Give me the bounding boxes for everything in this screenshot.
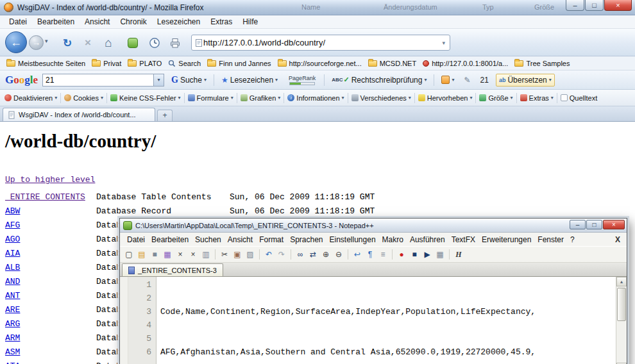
- spellcheck-button[interactable]: ABC✓Rechtschreibprüfung▾: [329, 74, 429, 86]
- new-tab-button[interactable]: +: [157, 110, 173, 121]
- entry-link-entire-contents[interactable]: _ENTIRE_CONTENTS: [5, 192, 85, 202]
- tab-wsgidav[interactable]: WsgiDAV - Index of /world-db/count...: [3, 108, 155, 121]
- url-dropdown-icon[interactable]: ▾: [440, 40, 447, 46]
- indent-guide-icon[interactable]: ≡: [377, 249, 389, 260]
- entry-link-ago[interactable]: AGO: [5, 235, 20, 244]
- bookmark-finn-und-jannes[interactable]: Finn und Jannes: [204, 58, 274, 69]
- stop-button[interactable]: ×: [80, 35, 96, 51]
- google-search-input[interactable]: [43, 76, 153, 85]
- forward-button[interactable]: →: [29, 35, 44, 50]
- google-search-dropdown-icon[interactable]: ▾: [153, 74, 164, 86]
- undo-icon[interactable]: ↶: [263, 249, 275, 260]
- menu-ansicht[interactable]: Ansicht: [80, 16, 115, 28]
- url-input[interactable]: [203, 38, 440, 47]
- scrollbar-thumb[interactable]: [617, 288, 626, 321]
- show-all-chars-icon[interactable]: ¶: [364, 249, 376, 260]
- close-file-icon[interactable]: ×: [174, 249, 186, 260]
- npp-menu-einstellungen[interactable]: Einstellungen: [326, 234, 379, 245]
- counter-badge[interactable]: 21: [478, 74, 491, 86]
- npp-menu-sprachen[interactable]: Sprachen: [287, 234, 326, 245]
- entry-link-ant[interactable]: ANT: [5, 291, 20, 301]
- npp-menu-suchen[interactable]: Suchen: [192, 234, 224, 245]
- autofill-button[interactable]: ▾: [439, 74, 457, 85]
- cut-icon[interactable]: ✂: [219, 249, 230, 260]
- print-icon[interactable]: ▥: [200, 249, 212, 260]
- webdev-quelltext[interactable]: Quelltext: [559, 93, 599, 103]
- entry-link-afg[interactable]: AFG: [5, 220, 20, 230]
- scroll-up-icon[interactable]: ▲: [616, 277, 627, 286]
- webdev-formulare[interactable]: Formulare▾: [186, 93, 235, 103]
- up-to-higher-level-link[interactable]: Up to higher level: [5, 175, 95, 185]
- clock-icon[interactable]: [146, 35, 163, 51]
- google-search-box[interactable]: ▾: [42, 74, 164, 87]
- bookmark-tree-samples[interactable]: Tree Samples: [511, 58, 573, 69]
- firefox-titlebar[interactable]: WsgiDAV - Index of /world-db/country/ - …: [0, 0, 635, 15]
- text-area[interactable]: Code,Name,Continent,Region,SurfaceArea,I…: [157, 277, 616, 364]
- webdev-hervorheben[interactable]: Hervorheben▾: [416, 93, 475, 103]
- find-icon[interactable]: ∞: [294, 249, 306, 260]
- bookmark-plato[interactable]: PLATO: [124, 58, 165, 69]
- translate-button[interactable]: abÜbersetzen▾: [496, 74, 555, 87]
- menu-lesezeichen[interactable]: Lesezeichen: [152, 16, 205, 28]
- bookmark-meistbesuchte-seiten[interactable]: Meistbesuchte Seiten: [3, 58, 89, 69]
- menu-chronik[interactable]: Chronik: [115, 16, 151, 28]
- notepad-maximize-button[interactable]: □: [586, 220, 602, 229]
- entry-link-and[interactable]: AND: [5, 277, 20, 286]
- npp-menu-bearbeiten[interactable]: Bearbeiten: [148, 234, 192, 245]
- webdev-css[interactable]: Keine CSS-Fehler▾: [108, 93, 183, 103]
- zoom-in-icon[interactable]: ⊕: [320, 249, 332, 260]
- save-macro-icon[interactable]: ▦: [434, 249, 446, 260]
- addon-icon[interactable]: [124, 35, 141, 51]
- npp-menu-close-document[interactable]: X: [615, 235, 623, 244]
- notepad-tab-entire-contents[interactable]: _ENTIRE_CONTENTS-3: [122, 263, 223, 276]
- bookmark-sourceforge[interactable]: http://sourceforge.net...: [275, 58, 365, 69]
- record-macro-icon[interactable]: ●: [396, 249, 407, 260]
- copy-icon[interactable]: ▣: [232, 249, 243, 260]
- history-dropdown-icon[interactable]: ▾: [45, 38, 48, 44]
- url-bar[interactable]: ▾: [191, 35, 450, 51]
- stop-macro-icon[interactable]: ■: [409, 249, 420, 260]
- print-button[interactable]: [167, 35, 183, 51]
- zoom-out-icon[interactable]: ⊖: [333, 249, 344, 260]
- entry-link-arm[interactable]: ARM: [5, 333, 20, 343]
- replace-icon[interactable]: ⇄: [307, 249, 319, 260]
- npp-menu-textfx[interactable]: TextFX: [448, 234, 478, 245]
- npp-menu-ausfuehren[interactable]: Ausführen: [407, 234, 448, 245]
- webdev-cookies[interactable]: Cookies▾: [62, 93, 105, 103]
- save-all-icon[interactable]: ▦: [162, 249, 173, 260]
- entry-link-arg[interactable]: ARG: [5, 319, 20, 329]
- redo-icon[interactable]: ↷: [276, 249, 287, 260]
- notepad-editor[interactable]: 1 2 3 4 5 6 Code,Name,Continent,Region,S…: [120, 277, 627, 364]
- google-search-button[interactable]: GSuche▾: [169, 74, 209, 87]
- npp-menu-erweiterungen[interactable]: Erweiterungen: [478, 234, 534, 245]
- webdev-grafiken[interactable]: Grafiken▾: [239, 93, 283, 103]
- notepad-close-button[interactable]: ×: [603, 220, 625, 229]
- google-bookmarks-button[interactable]: ★Lesezeichen▾: [219, 74, 280, 86]
- menu-datei[interactable]: Datei: [4, 16, 32, 28]
- back-button[interactable]: ←: [5, 31, 27, 53]
- menu-hilfe[interactable]: Hilfe: [237, 16, 263, 28]
- entry-link-aia[interactable]: AIA: [5, 249, 20, 258]
- minimize-button[interactable]: –: [566, 0, 584, 11]
- word-wrap-icon[interactable]: ↩: [351, 249, 363, 260]
- pagerank-indicator[interactable]: PageRank: [285, 75, 319, 85]
- entry-link-asm[interactable]: ASM: [5, 347, 20, 357]
- npp-menu-help[interactable]: ?: [567, 234, 578, 245]
- close-button[interactable]: ×: [604, 0, 632, 11]
- npp-menu-format[interactable]: Format: [256, 234, 287, 245]
- npp-menu-ansicht[interactable]: Ansicht: [224, 234, 256, 245]
- webdev-deaktivieren[interactable]: Deaktivieren▾: [3, 93, 59, 103]
- html-preview-icon[interactable]: H: [453, 249, 464, 260]
- menu-bearbeiten[interactable]: Bearbeiten: [32, 16, 80, 28]
- reload-button[interactable]: ↻: [59, 35, 76, 51]
- paste-icon[interactable]: ▨: [244, 249, 256, 260]
- new-file-icon[interactable]: ▢: [123, 249, 135, 260]
- play-macro-icon[interactable]: ▶: [421, 249, 433, 260]
- npp-menu-datei[interactable]: Datei: [124, 234, 148, 245]
- bookmark-search[interactable]: Search: [165, 58, 204, 69]
- entry-link-ata[interactable]: ATA: [5, 361, 20, 364]
- npp-menu-makro[interactable]: Makro: [379, 234, 407, 245]
- webdev-verschiedenes[interactable]: Verschiedenes▾: [350, 93, 413, 103]
- open-file-icon[interactable]: ▤: [136, 249, 148, 260]
- webdev-informationen[interactable]: iInformationen▾: [285, 93, 346, 103]
